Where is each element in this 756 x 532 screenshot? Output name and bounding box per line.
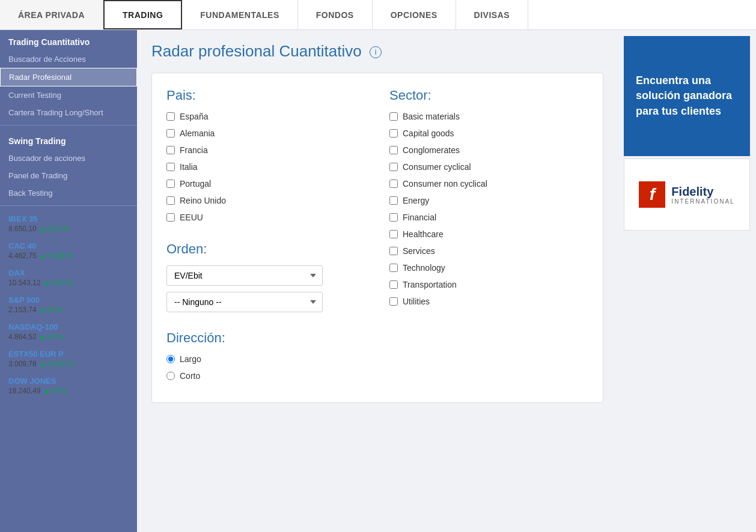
sector-checkbox[interactable] [389,297,398,306]
ticker-name: ESTX50 EUR P [8,349,129,358]
pais-checkbox-item[interactable]: Portugal [166,179,365,189]
ticker-item[interactable]: DAX 10.543,12 ▲+0.5 % [8,268,129,287]
nav-item-trading[interactable]: TRADING [103,0,182,29]
pais-checkbox[interactable] [166,146,175,154]
ticker-value-row: 4.864,52 ▲+0 % [8,331,129,341]
ticker-change: ▲+0.31 % [39,360,73,368]
ticker-value: 4.864,52 [8,333,37,341]
nav-item-fondos[interactable]: FONDOS [298,0,373,29]
sidebar-item-buscador-acciones[interactable]: Buscador de Acciones [0,50,137,68]
pais-label: Alemania [180,128,215,138]
ticker-item[interactable]: NASDAQ-100 4.864,52 ▲+0 % [8,322,129,341]
direction-section: Dirección: LargoCorto [166,330,365,388]
pais-checkbox[interactable] [166,196,175,205]
sidebar-item-cartera-trading[interactable]: Cartera Trading Long/Short [0,104,137,121]
ticker-change: ▲+0 % [43,387,67,395]
sector-checkbox-item[interactable]: Transportation [389,280,588,289]
sector-label: Conglomerates [403,145,460,155]
nav-item-opciones[interactable]: OPCIONES [373,0,456,29]
pais-label: España [180,112,208,121]
pais-checkbox[interactable] [166,112,175,121]
sector-checkbox[interactable] [389,247,398,255]
ticker-value-row: 2.153,74 ▲+0 % [8,304,129,314]
direccion-label: Corto [180,371,200,381]
sector-checkbox[interactable] [389,129,398,138]
sector-label: Energy [403,196,429,205]
sector-checkbox[interactable] [389,213,398,222]
sector-label: Utilities [403,297,430,306]
sector-checkbox-item[interactable]: Energy [389,196,588,205]
sector-checkbox-item[interactable]: Utilities [389,297,588,306]
sector-checkbox[interactable] [389,280,398,289]
info-icon[interactable]: i [370,46,382,58]
sector-label: Healthcare [403,229,444,239]
direccion-radio-item[interactable]: Corto [166,371,365,381]
ticker-value: 4.462,75 [8,252,37,260]
ticker-item[interactable]: S&P 500 2.153,74 ▲+0 % [8,295,129,314]
pais-checkbox-item[interactable]: Alemania [166,128,365,138]
nav-item-area-privada[interactable]: ÁREA PRIVADA [0,0,103,29]
sector-checkbox-item[interactable]: Consumer cyclical [389,162,588,172]
pais-checkbox-item[interactable]: España [166,112,365,121]
pais-checkbox[interactable] [166,163,175,171]
pais-checkbox-item[interactable]: Francia [166,145,365,155]
ticker-change: ▲+0 % [39,306,63,314]
ticker-item[interactable]: CAC 40 4.462,75 ▲+0.29 % [8,241,129,260]
sector-checkbox-item[interactable]: Healthcare [389,229,588,239]
pais-checkbox-item[interactable]: EEUU [166,213,365,222]
pais-checkbox[interactable] [166,129,175,138]
ticker-value-row: 18.240,49 ▲+0 % [8,385,129,395]
pais-checkbox-item[interactable]: Reino Unido [166,196,365,205]
sector-checkbox[interactable] [389,264,398,272]
sector-checkbox[interactable] [389,230,398,238]
sector-checkbox-item[interactable]: Technology [389,263,588,273]
sidebar-item-panel-trading[interactable]: Panel de Trading [0,167,137,184]
ticker-value: 3.009,78 [8,360,37,368]
sector-section: Sector: Basic materialsCapital goodsCong… [389,88,588,388]
page-title: Radar profesional Cuantitativo i [151,42,603,61]
sector-checkbox-item[interactable]: Conglomerates [389,145,588,155]
sidebar-item-back-testing[interactable]: Back Testing [0,184,137,202]
pais-label: Reino Unido [180,196,226,205]
pais-checkbox-item[interactable]: Italia [166,162,365,172]
orden-select-1[interactable]: EV/EbitP/EROEDividend Yield [166,265,323,286]
filter-panel: Pais: EspañaAlemaniaFranciaItaliaPortuga… [151,73,603,403]
pais-checkbox[interactable] [166,213,175,222]
sector-label: Financial [403,213,436,222]
ticker-value-row: 3.009,78 ▲+0.31 % [8,358,129,368]
pais-checkbox[interactable] [166,180,175,188]
sidebar-item-radar-profesional[interactable]: Radar Profesional [0,68,137,86]
ticker-item[interactable]: IBEX 35 8.650,10 ▲+0.3 % [8,214,129,233]
direccion-radio[interactable] [166,355,175,363]
nav-item-divisas[interactable]: DIVISAS [456,0,529,29]
sidebar-divider-2 [0,205,137,206]
main-layout: Trading CuantitativoBuscador de Acciones… [0,30,756,532]
top-navigation: ÁREA PRIVADATRADINGFUNDAMENTALESFONDOSOP… [0,0,756,30]
sidebar-item-buscador-acciones-swing[interactable]: Buscador de acciones [0,150,137,167]
sector-title: Sector: [389,88,588,103]
sector-checkbox[interactable] [389,146,398,154]
direccion-radio[interactable] [166,372,175,380]
ticker-item[interactable]: ESTX50 EUR P 3.009,78 ▲+0.31 % [8,349,129,368]
ticker-item[interactable]: DOW JONES 18.240,49 ▲+0 % [8,376,129,395]
sector-checkbox[interactable] [389,180,398,188]
sector-checkbox-item[interactable]: Services [389,246,588,256]
sector-checkbox-item[interactable]: Consumer non cyclical [389,179,588,189]
sector-checkbox-item[interactable]: Capital goods [389,128,588,138]
sector-checkbox-item[interactable]: Financial [389,213,588,222]
sector-checkbox-item[interactable]: Basic materials [389,112,588,121]
page-title-text: Radar profesional Cuantitativo [151,42,362,60]
nav-item-fundamentales[interactable]: FUNDAMENTALES [182,0,297,29]
ticker-change: ▲+0.5 % [43,279,73,287]
direccion-radio-item[interactable]: Largo [166,354,365,364]
main-content: Radar profesional Cuantitativo i Pais: E… [137,30,618,532]
sidebar-item-current-testing[interactable]: Current Testing [0,86,137,104]
sector-checkbox[interactable] [389,112,398,121]
sector-checkboxes: Basic materialsCapital goodsConglomerate… [389,112,588,306]
orden-select-2[interactable]: -- Ninguno -- [166,292,323,312]
sector-checkbox[interactable] [389,163,398,171]
sector-checkbox[interactable] [389,196,398,205]
pais-label: Portugal [180,179,211,189]
ticker-section: IBEX 35 8.650,10 ▲+0.3 % CAC 40 4.462,75… [0,210,137,408]
ticker-value-row: 8.650,10 ▲+0.3 % [8,223,129,233]
